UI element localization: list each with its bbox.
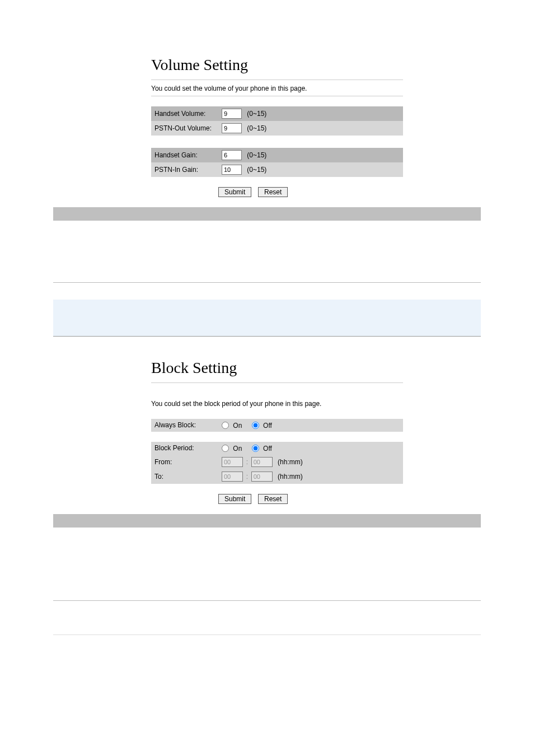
submit-button[interactable]: Submit [218,187,251,197]
pstn-out-volume-label: PSTN-Out Volume: [151,121,218,136]
range-hint: (0~15) [243,166,266,174]
time-format-hint: (hh:mm) [274,458,303,466]
reset-button[interactable]: Reset [258,494,288,504]
info-block [53,300,481,337]
divider [151,382,403,383]
radio-label-off: Off [263,422,272,430]
always-block-off-radio[interactable] [252,422,259,429]
range-hint: (0~15) [243,124,266,132]
radio-label-off: Off [263,445,272,452]
block-table: Always Block: On Off Block Period: On Of… [151,419,403,484]
to-label: To: [151,469,218,484]
time-format-hint: (hh:mm) [274,473,303,480]
always-block-on-radio[interactable] [222,422,229,429]
block-period-on-radio[interactable] [222,445,229,452]
handset-gain-label: Handset Gain: [151,148,218,162]
separator-band [53,514,481,528]
range-hint: (0~15) [243,110,266,118]
block-setting-panel: Block Setting You could set the block pe… [151,359,403,504]
handset-volume-label: Handset Volume: [151,106,218,121]
separator-band [53,207,481,221]
pstn-out-volume-input[interactable] [222,123,242,133]
range-hint: (0~15) [243,151,266,159]
table-row: Handset Gain: (0~15) [151,148,403,162]
table-row: From: : (hh:mm) [151,455,403,469]
page-description: You could set the volume of your phone i… [151,85,403,92]
from-hour-input[interactable] [222,457,243,467]
pstn-in-gain-label: PSTN-In Gain: [151,162,218,177]
always-block-label: Always Block: [151,419,218,432]
from-label: From: [151,455,218,469]
page-title: Volume Setting [151,56,403,74]
reset-button[interactable]: Reset [258,187,288,197]
page-title: Block Setting [151,359,403,377]
volume-table: Handset Volume: (0~15) PSTN-Out Volume: … [151,106,403,177]
table-row: To: : (hh:mm) [151,469,403,484]
block-period-label: Block Period: [151,442,218,455]
page-description: You could set the block period of your p… [151,400,403,408]
submit-button[interactable]: Submit [218,494,251,504]
table-row: Always Block: On Off [151,419,403,432]
to-hour-input[interactable] [222,472,243,482]
to-minute-input[interactable] [251,472,273,482]
radio-label-on: On [233,422,242,430]
block-period-off-radio[interactable] [252,445,259,452]
table-row: PSTN-In Gain: (0~15) [151,162,403,177]
from-minute-input[interactable] [251,457,273,467]
divider [151,96,403,96]
table-row: Handset Volume: (0~15) [151,106,403,121]
handset-volume-input[interactable] [222,109,242,119]
pstn-in-gain-input[interactable] [222,165,242,175]
table-row: PSTN-Out Volume: (0~15) [151,121,403,136]
volume-setting-panel: Volume Setting You could set the volume … [151,56,403,197]
handset-gain-input[interactable] [222,150,242,160]
divider [151,80,403,80]
table-row: Block Period: On Off [151,442,403,455]
radio-label-on: On [233,445,242,452]
